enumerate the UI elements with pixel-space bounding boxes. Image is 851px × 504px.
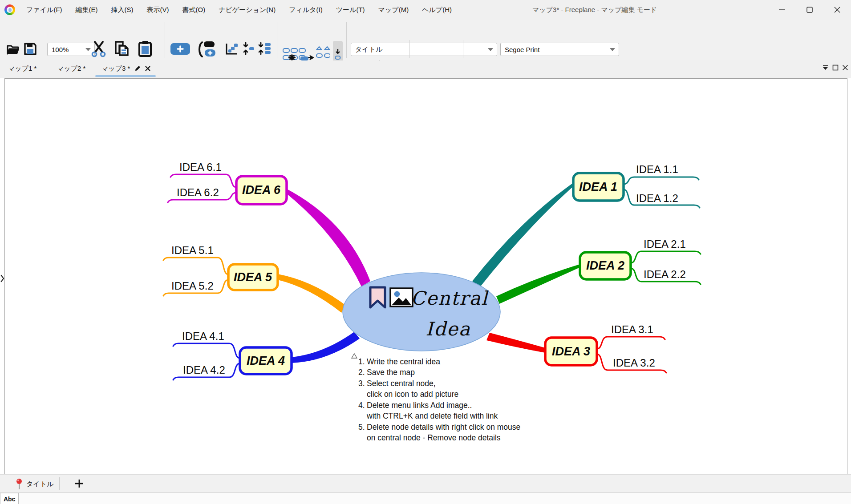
edge-idea5 (278, 274, 345, 313)
central-node[interactable] (343, 273, 500, 351)
save-map-button[interactable] (22, 41, 38, 57)
menu-insert[interactable]: 挿入(S) (105, 6, 140, 14)
main-toolbar: ↶ ↷ 100% (0, 20, 851, 61)
connector-idea1-1 (624, 177, 699, 184)
new-sibling-node-button[interactable] (169, 42, 191, 56)
menu-format[interactable]: 書式(O) (176, 6, 212, 14)
node-idea1-label[interactable]: IDEA 1 (579, 180, 617, 194)
node-idea2-2-label[interactable]: IDEA 2.2 (644, 268, 686, 280)
chevron-down-icon (610, 48, 615, 51)
font-family-value: Segoe Print (505, 46, 539, 53)
paste-button[interactable] (136, 40, 154, 58)
connector-idea5-1 (163, 258, 228, 274)
menu-tools[interactable]: ツール(T) (329, 6, 372, 14)
details-line: Delete menu links Add image.. (367, 401, 472, 410)
menu-navigation[interactable]: ナビゲーション(N) (212, 6, 282, 14)
edge-idea6 (285, 188, 370, 286)
left-panel-toggle[interactable] (0, 274, 4, 283)
connector-idea6-1 (170, 174, 236, 187)
node-idea2-label[interactable]: IDEA 2 (586, 259, 624, 272)
menu-map[interactable]: マップ(M) (372, 6, 416, 14)
menu-view[interactable]: 表示(V) (140, 6, 176, 14)
paste-icon (138, 40, 153, 57)
node-idea5-1-label[interactable]: IDEA 5.1 (171, 244, 214, 256)
node-idea6-2-label[interactable]: IDEA 6.2 (177, 186, 219, 198)
open-map-button[interactable] (5, 41, 21, 57)
node-idea6-1-label[interactable]: IDEA 6.1 (179, 161, 222, 173)
maximize-panel-icon[interactable] (832, 65, 839, 71)
central-node-label-line2[interactable]: Idea (426, 318, 470, 340)
node-idea1-2-label[interactable]: IDEA 1.2 (636, 192, 678, 204)
menu-bar: ファイル(F) 編集(E) 挿入(S) 表示(V) 書式(O) ナビゲーション(… (20, 0, 458, 20)
show-all-levels-button[interactable] (224, 41, 239, 56)
tab-map3-active[interactable]: マップ3 * (101, 60, 151, 77)
tab-map1[interactable]: マップ1 * (8, 60, 36, 77)
details-num: 4. (358, 401, 365, 410)
details-collapse-triangle[interactable] (352, 354, 357, 358)
pinned-note-label: タイトル (26, 480, 53, 488)
unfold-one-level-button[interactable] (241, 41, 256, 56)
scissors-icon (91, 40, 107, 57)
maximize-button[interactable] (796, 0, 823, 20)
open-folder-icon (7, 43, 20, 55)
node-idea6-label[interactable]: IDEA 6 (242, 183, 281, 197)
minimize-button[interactable] (768, 0, 796, 20)
style-select[interactable]: タイトル (351, 43, 497, 56)
details-line: Delete node details with right click on … (367, 423, 520, 431)
details-num: 5. (358, 423, 365, 431)
menu-help[interactable]: ヘルプ(H) (415, 6, 458, 14)
save-icon (24, 43, 36, 55)
close-button[interactable] (823, 0, 851, 20)
menu-file[interactable]: ファイル(F) (20, 6, 69, 14)
close-panel-icon[interactable] (842, 65, 848, 71)
active-tab-underline (95, 75, 156, 77)
details-num: 1. (358, 357, 365, 366)
tab-label: マップ3 * (101, 65, 130, 73)
central-node-label-line1[interactable]: Central (411, 287, 489, 309)
unfold-all-button[interactable] (257, 41, 272, 56)
node-idea3-label[interactable]: IDEA 3 (552, 345, 590, 358)
details-line: with CTRL+K and delete field with link (366, 411, 498, 420)
copy-button[interactable] (113, 40, 131, 58)
image-icon[interactable] (390, 288, 413, 306)
new-child-node-button[interactable] (195, 40, 216, 59)
node-idea2-1-label[interactable]: IDEA 2.1 (644, 238, 686, 250)
node-idea3-2-label[interactable]: IDEA 3.2 (613, 357, 655, 369)
node-idea4-label[interactable]: IDEA 4 (247, 354, 285, 367)
edge-idea3 (486, 333, 545, 353)
node-idea3-1-label[interactable]: IDEA 3.1 (611, 323, 653, 335)
details-line: Save the map (367, 368, 415, 377)
details-line: Select central node, (367, 379, 436, 388)
close-tab-icon[interactable] (145, 65, 151, 72)
add-note-button[interactable] (72, 476, 86, 491)
minimize-panel-icon[interactable] (822, 64, 829, 71)
node-idea4-1-label[interactable]: IDEA 4.1 (182, 330, 224, 342)
tab-label: マップ2 * (57, 65, 85, 73)
node-details: 1. Write the central idea 2. Save the ma… (358, 357, 520, 442)
edge-idea4 (292, 332, 360, 363)
font-family-select[interactable]: Segoe Print (500, 43, 619, 56)
node-idea5-2-label[interactable]: IDEA 5.2 (171, 280, 214, 292)
details-num: 2. (358, 368, 365, 377)
cut-button[interactable] (90, 40, 108, 58)
menu-filter[interactable]: フィルタ(I) (282, 6, 329, 14)
details-line: Write the central idea (367, 357, 440, 366)
menu-edit[interactable]: 編集(E) (69, 6, 105, 14)
tab-map2[interactable]: マップ2 * (57, 60, 85, 77)
rename-pencil-icon[interactable] (134, 65, 141, 73)
add-node-icon (170, 43, 190, 55)
edge-idea2 (496, 264, 580, 304)
pinned-note-tab[interactable]: タイトル (16, 478, 53, 490)
style-value: タイトル (355, 45, 382, 54)
minimize-icon (779, 7, 785, 13)
node-idea4-2-label[interactable]: IDEA 4.2 (183, 364, 225, 376)
status-bar: Abc (0, 492, 851, 504)
freeplane-logo-icon (4, 4, 15, 15)
node-idea1-1-label[interactable]: IDEA 1.1 (636, 163, 678, 175)
connector-idea3-1 (597, 337, 665, 349)
maximize-icon (806, 7, 813, 13)
node-idea5-label[interactable]: IDEA 5 (234, 270, 272, 284)
connector-idea2-1 (631, 251, 701, 263)
add-child-node-icon (196, 40, 215, 58)
zoom-select[interactable]: 100% (47, 43, 95, 56)
